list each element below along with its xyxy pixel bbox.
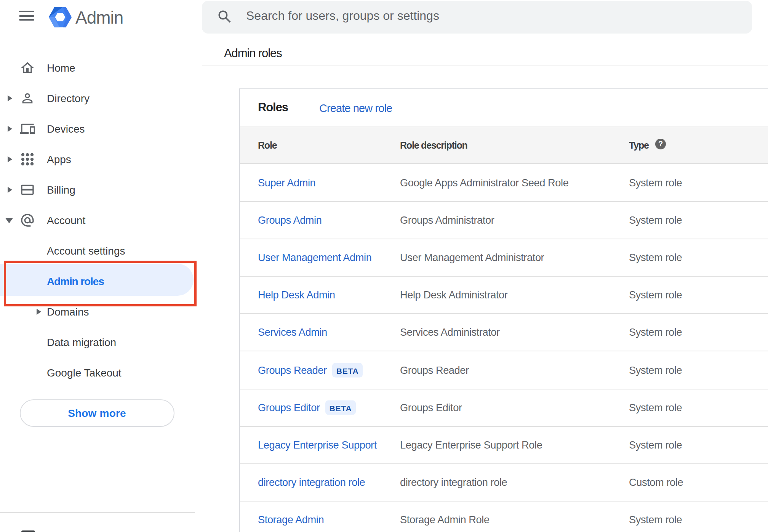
sidebar-item-directory[interactable]: Directory <box>0 83 195 113</box>
expand-right-arrow-icon[interactable] <box>8 186 12 192</box>
google-admin-console: Admin Search for users, groups or settin… <box>0 0 768 532</box>
role-description: Help Desk Administrator <box>400 289 507 301</box>
sidebar-subitem-google-takeout[interactable]: Google Takeout <box>0 357 195 388</box>
role-cell: Help Desk Admin <box>258 289 335 301</box>
role-type: System role <box>629 327 682 338</box>
role-type: System role <box>629 439 682 451</box>
role-table-row: Storage AdminStorage Admin RoleSystem ro… <box>240 502 768 532</box>
at-sign-icon <box>20 212 35 228</box>
sidebar-subitem-label: Domains <box>47 306 89 318</box>
role-cell: User Management Admin <box>258 252 371 263</box>
role-cell: Storage Admin <box>258 514 324 526</box>
roles-table-body: Super AdminGoogle Apps Administrator See… <box>240 164 768 532</box>
role-link[interactable]: Services Admin <box>258 327 327 338</box>
role-table-row: Groups AdminGroups AdministratorSystem r… <box>240 202 768 239</box>
role-table-row: Groups ReaderBETAGroups ReaderSystem rol… <box>240 352 768 389</box>
role-link[interactable]: Super Admin <box>258 177 315 188</box>
title-divider <box>202 66 768 66</box>
person-icon <box>20 90 35 106</box>
role-cell: Super Admin <box>258 177 315 188</box>
expand-right-arrow-icon[interactable] <box>8 95 12 101</box>
role-description: User Management Administrator <box>400 252 544 263</box>
role-type: System role <box>629 402 682 413</box>
role-description: directory integration role <box>400 477 507 488</box>
collapse-down-arrow-icon[interactable] <box>5 218 13 223</box>
sidebar-subitem-domains[interactable]: Domains <box>0 296 195 327</box>
sidebar-item-devices[interactable]: Devices <box>0 113 195 144</box>
sidebar-item-label: Apps <box>47 153 71 165</box>
sidebar-subitem-label: Google Takeout <box>47 367 122 379</box>
role-link[interactable]: Groups Reader <box>258 364 327 376</box>
beta-badge: BETA <box>332 363 363 378</box>
role-link[interactable]: directory integration role <box>258 477 365 488</box>
column-header-role-description: Role description <box>400 140 467 151</box>
role-description: Groups Editor <box>400 402 462 413</box>
sidebar-subitem-label: Account settings <box>47 245 125 257</box>
create-new-role-link[interactable]: Create new role <box>319 102 392 114</box>
sidebar-subitem-admin-roles[interactable]: Admin roles <box>0 266 195 296</box>
role-cell: Groups Admin <box>258 215 322 226</box>
home-icon <box>20 60 35 75</box>
role-type: System role <box>629 215 682 226</box>
sidebar-subitem-account-settings[interactable]: Account settings <box>0 235 195 266</box>
sidebar-item-label: Directory <box>47 92 90 104</box>
role-link[interactable]: User Management Admin <box>258 252 371 263</box>
role-cell: Legacy Enterprise Support <box>258 439 377 451</box>
credit-card-icon <box>20 182 35 197</box>
expand-right-arrow-icon[interactable] <box>37 308 41 314</box>
role-description: Services Administrator <box>400 327 500 338</box>
role-cell: Groups EditorBETA <box>258 400 356 415</box>
role-type: Custom role <box>629 477 683 488</box>
role-type: System role <box>629 364 682 376</box>
role-description: Groups Reader <box>400 364 469 376</box>
column-header-type: Type <box>629 140 649 151</box>
sidebar-subitem-label: Admin roles <box>47 275 104 287</box>
role-link[interactable]: Help Desk Admin <box>258 289 335 301</box>
search-bar[interactable]: Search for users, groups or settings <box>202 1 752 34</box>
role-description: Legacy Enterprise Support Role <box>400 439 542 451</box>
table-header-row: Role Role description Type ? <box>240 127 768 164</box>
role-table-row: Services AdminServices AdministratorSyst… <box>240 314 768 352</box>
column-header-role: Role <box>258 140 277 151</box>
sidebar-item-home[interactable]: Home <box>0 52 195 83</box>
role-table-row: Super AdminGoogle Apps Administrator See… <box>240 164 768 202</box>
sidebar-item-billing[interactable]: Billing <box>0 174 195 205</box>
sidebar-bottom-divider <box>0 512 195 513</box>
search-input[interactable]: Search for users, groups or settings <box>246 9 439 23</box>
role-table-row: directory integration roledirectory inte… <box>240 464 768 502</box>
role-cell: Groups ReaderBETA <box>258 363 363 378</box>
role-description: Groups Administrator <box>400 215 494 226</box>
expand-right-arrow-icon[interactable] <box>8 156 12 162</box>
question-mark-icon[interactable]: ? <box>655 139 666 149</box>
role-table-row: User Management AdminUser Management Adm… <box>240 239 768 277</box>
role-link[interactable]: Legacy Enterprise Support <box>258 439 377 451</box>
role-cell: Services Admin <box>258 327 327 338</box>
role-type: System role <box>629 289 682 301</box>
sidebar-subitem-data-migration[interactable]: Data migration <box>0 327 195 357</box>
sidebar-item-account[interactable]: Account <box>0 205 195 235</box>
role-table-row: Help Desk AdminHelp Desk AdministratorSy… <box>240 277 768 314</box>
show-more-button[interactable]: Show more <box>19 399 174 426</box>
role-table-row: Legacy Enterprise SupportLegacy Enterpri… <box>240 427 768 464</box>
sidebar-subitem-label: Data migration <box>47 336 116 348</box>
role-type: System role <box>629 514 682 526</box>
role-table-row: Groups EditorBETAGroups EditorSystem rol… <box>240 389 768 426</box>
roles-card-header: Roles Create new role <box>240 89 768 128</box>
role-link[interactable]: Storage Admin <box>258 514 324 526</box>
role-description: Storage Admin Role <box>400 514 490 526</box>
cut-off-icon <box>21 530 35 532</box>
role-description: Google Apps Administrator Seed Role <box>400 177 568 188</box>
apps-grid-icon <box>20 151 35 167</box>
role-link[interactable]: Groups Editor <box>258 402 320 413</box>
beta-badge: BETA <box>325 400 356 415</box>
page-title: Admin roles <box>224 46 282 60</box>
role-link[interactable]: Groups Admin <box>258 215 322 226</box>
sidebar-item-label: Billing <box>47 184 75 196</box>
sidebar-item-apps[interactable]: Apps <box>0 144 195 174</box>
sidebar-item-label: Home <box>47 62 75 74</box>
sidebar-item-label: Account <box>47 214 85 226</box>
sidebar-item-label: Devices <box>47 123 85 135</box>
expand-right-arrow-icon[interactable] <box>8 125 12 131</box>
role-cell: directory integration role <box>258 477 365 488</box>
search-icon <box>216 8 233 25</box>
